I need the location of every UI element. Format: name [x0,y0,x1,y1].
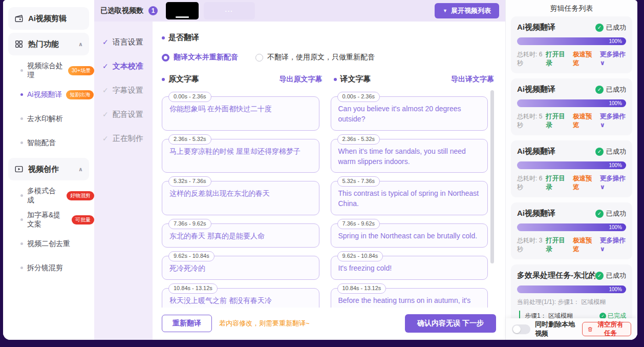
task-duration: 总耗时: 5 秒 [517,112,546,130]
translate-content: 是否翻译 翻译文本并重新配音 不翻译，使用原文，只做重新配音 原文字幕 导出原文… [153,22,505,340]
badge: 好物混剪 [67,191,94,200]
task-progress-bar: 100% [517,37,626,45]
task-progress-bar: 100% [517,99,626,107]
quick-preview-link[interactable]: 极速预览 [573,236,595,254]
expand-video-list-button[interactable]: ▼ 展开视频列表 [435,3,499,18]
open-directory-link[interactable]: 打开目录 [546,174,568,192]
step-dubbing-settings[interactable]: ✓ 配音设置 [94,108,153,120]
more-actions-link[interactable]: 更多操作∨ [600,50,626,68]
app-title-row[interactable]: Ai视频剪辑 [8,7,89,30]
task-panel-title: 剪辑任务列表 [506,0,637,16]
success-check-icon: ✓ [595,272,604,280]
check-icon: ✓ [102,86,109,94]
badge: 30+场景 [68,66,94,75]
step-producing[interactable]: ✓ 正在制作 [94,132,153,145]
translate-radio-group: 翻译文本并重新配音 不翻译，使用原文，只做重新配音 [162,53,494,62]
current-step-text: 当前处理(1/1): 步骤1： 区域模糊 [517,298,626,307]
toggle-label: 同时删除本地视频 [535,320,577,338]
task-panel-footer: 同时删除本地视频 清空所有任务 [506,318,637,340]
sidebar-item-video-dedup[interactable]: 视频二创去重 [3,232,94,256]
source-subtitle-card[interactable]: 7.36s - 9.62s 东北的春天 那真的是能要人命 [162,223,319,248]
task-list[interactable]: Ai视频翻译 ✓ 已成功 100% 总耗时: 6 秒 打开目录 极速预览 更多操… [506,16,637,340]
sidebar-item-watermark-removal[interactable]: 去水印解析 [3,107,94,131]
check-icon: ✓ [102,38,109,46]
target-subtitle-card[interactable]: 7.36s - 9.62s Spring in the Northeast ca… [331,223,488,248]
export-source-subtitles-link[interactable]: 导出原文字幕 [280,75,323,84]
target-subtitle-card[interactable]: 2.36s - 5.32s When it's time for sandals… [331,139,488,173]
export-target-subtitles-link[interactable]: 导出译文字幕 [451,75,494,84]
radio-selected-icon [162,54,169,62]
time-range-chip: 9.62s - 10.84s [337,251,383,261]
success-check-icon: ✓ [595,148,604,156]
source-subtitle-card[interactable]: 2.36s - 5.32s 马上要穿凉鞋的时候 屋里却还得穿棉梦子 [162,139,319,173]
clapperboard-icon [14,14,24,23]
task-progress-bar: 100% [517,285,626,293]
clear-all-tasks-button[interactable]: 清空所有任务 [582,322,631,336]
open-directory-link[interactable]: 打开目录 [546,236,568,254]
sidebar-item-multimode-compose[interactable]: 多模式合成 好物混剪 [3,183,94,208]
task-name: Ai视频翻译 [517,147,595,156]
task-status: ✓ 已成功 [595,85,626,94]
target-subtitle-card[interactable]: 5.32s - 7.36s This contrast is typical o… [331,181,488,215]
more-actions-link[interactable]: 更多操作∨ [600,236,626,254]
chevron-up-icon[interactable]: ∧ [78,41,83,48]
delete-local-video-toggle[interactable] [512,324,530,334]
confirm-next-step-button[interactable]: 确认内容无误 下一步 [405,314,496,333]
source-subtitle-card[interactable]: 10.84s - 13.12s 秋天没上暖气之前 都没有春天冷 [162,288,319,308]
retranslate-notice: 若内容修改，则需要重新翻译~ [219,319,310,328]
translate-question-heading: 是否翻译 [162,33,494,43]
subtitle-list[interactable]: 0.00s - 2.36s 你能想象吗 在外面都快过二十度 0.00s - 2.… [162,88,494,308]
sidebar-item-label: 智能配音 [27,138,56,148]
chevron-up-icon[interactable]: ∧ [78,166,83,173]
step-text-calibration[interactable]: ✓ 文本校准 [94,60,153,72]
open-directory-link[interactable]: 打开目录 [546,50,568,68]
time-range-chip: 0.00s - 2.36s [337,92,380,102]
target-subtitle-card[interactable]: 0.00s - 2.36s Can you believe it's almos… [331,96,488,131]
task-card: Ai视频翻译 ✓ 已成功 100% 总耗时: 3 秒 打开目录 极速预览 更多操… [511,202,632,259]
task-duration: 总耗时: 3 秒 [517,236,546,254]
task-name: Ai视频翻译 [517,23,595,32]
sidebar-item-smart-dubbing[interactable]: 智能配音 [3,131,94,155]
task-panel: 剪辑任务列表 Ai视频翻译 ✓ 已成功 100% 总耗时: 6 秒 打开目录 极… [505,0,637,340]
open-directory-link[interactable]: 打开目录 [546,112,568,130]
radio-no-translate[interactable]: 不翻译，使用原文，只做重新配音 [255,53,375,62]
sidebar-item-subtitle-copy[interactable]: 加字幕&提文案 可批量 [3,208,94,232]
task-card: Ai视频翻译 ✓ 已成功 100% 总耗时: 5 秒 打开目录 极速预览 更多操… [511,78,632,135]
trash-icon [588,326,592,333]
sidebar-item-ai-video-translate[interactable]: Ai视频翻译 短剧出海 [3,83,94,107]
source-subtitle-card[interactable]: 9.62s - 10.84s 死冷死冷的 [162,256,319,280]
sidebar-group-hot[interactable]: 热门功能 ∧ [8,33,89,55]
video-thumbnail[interactable] [166,2,199,19]
quick-preview-link[interactable]: 极速预览 [573,50,595,68]
quick-preview-link[interactable]: 极速预览 [573,112,595,130]
source-subtitle-card[interactable]: 0.00s - 2.36s 你能想象吗 在外面都快过二十度 [162,96,319,131]
subtitle-row: 9.62s - 10.84s 死冷死冷的 9.62s - 10.84s It's… [162,256,488,280]
sidebar-item-video-processing[interactable]: 视频综合处理 30+场景 [3,58,94,83]
more-actions-link[interactable]: 更多操作∨ [600,174,626,192]
source-subtitle-card[interactable]: 5.32s - 7.36s 这样的反差就出现在东北的春天 [162,181,319,215]
time-range-chip: 5.32s - 7.36s [168,176,211,187]
subtitle-row: 7.36s - 9.62s 东北的春天 那真的是能要人命 7.36s - 9.6… [162,223,488,248]
sidebar-item-shot-split-mix[interactable]: 拆分镜混剪 [3,256,94,280]
subtitle-row: 0.00s - 2.36s 你能想象吗 在外面都快过二十度 0.00s - 2.… [162,96,488,131]
check-icon: ✓ [102,62,109,70]
check-icon: ✓ [102,110,109,118]
subtitle-scrollbar[interactable] [490,90,494,263]
more-actions-link[interactable]: 更多操作∨ [600,112,626,130]
target-subtitle-card[interactable]: 9.62s - 10.84s It's freezing cold! [331,256,488,280]
step-language-settings[interactable]: ✓ 语言设置 [94,36,153,48]
sidebar-group-create[interactable]: 视频创作 ∧ [8,158,89,180]
target-subtitle-card[interactable]: 10.84s - 13.12s Before the heating turns… [331,288,488,308]
task-name: Ai视频翻译 [517,209,595,218]
time-range-chip: 2.36s - 5.32s [168,134,211,145]
retranslate-button[interactable]: 重新翻译 [162,315,212,332]
task-status: ✓ 已成功 [595,271,626,280]
grid-icon [14,39,24,49]
step-subtitle-settings[interactable]: ✓ 字幕设置 [94,84,153,96]
quick-preview-link[interactable]: 极速预览 [573,174,595,192]
radio-translate-and-redub[interactable]: 翻译文本并重新配音 [162,53,238,62]
task-progress-bar: 100% [517,223,626,231]
selected-videos-bar: 已选取视频数 1 ⋯ ▼ 展开视频列表 [94,0,505,22]
bullet-dot [20,69,23,72]
more-videos-placeholder[interactable]: ⋯ [204,2,255,19]
